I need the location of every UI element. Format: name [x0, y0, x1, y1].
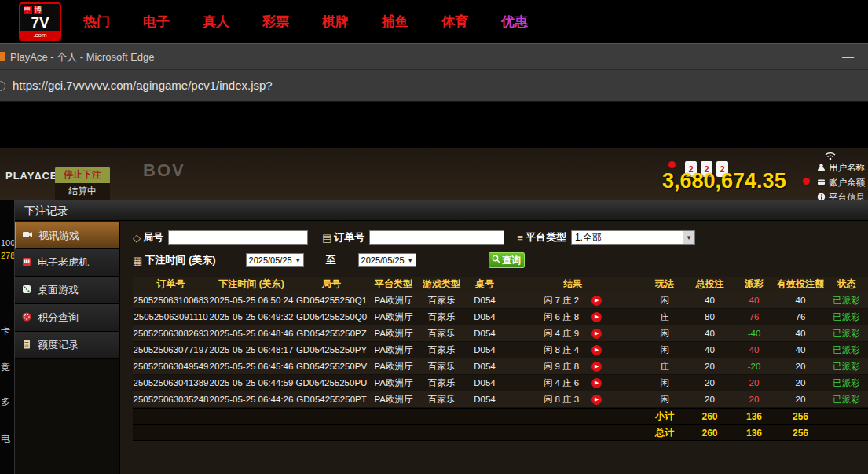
table-row: 2505250631006832025-05-25 06:50:24GD0542… [133, 292, 868, 309]
nav-item-lottery[interactable]: 彩票 [262, 13, 289, 31]
header-order: 订单号 [133, 277, 209, 292]
table-header-row: 订单号 下注时间 (美东) 局号 平台类型 游戏类型 桌号 结果 玩法 总投注 … [133, 277, 868, 292]
nav-item-board[interactable]: 棋牌 [322, 13, 349, 31]
top-nav-bar: 申 博 7V .com 热门 电子 真人 彩票 棋牌 捕鱼 体育 优惠 [0, 0, 868, 43]
nav-item-live[interactable]: 真人 [203, 13, 229, 31]
minimize-button[interactable]: — [842, 44, 854, 68]
cell-platform: PA欧洲厅 [369, 342, 418, 358]
date-to-value: 2025/05/25 [361, 255, 405, 265]
date-from-select[interactable]: 2025/05/25 ▼ [246, 253, 304, 267]
alert-dot-icon [803, 178, 810, 185]
filter-row-2: ▦ 下注时间 (美东) 2025/05/25 ▼ 至 2025/05/25 ▼ … [133, 251, 868, 270]
cell-time: 2025-05-25 06:44:59 [209, 375, 294, 391]
cutoff-fragment: 电 [1, 432, 10, 446]
cell-order: 250525063100683 [133, 292, 209, 308]
replay-button[interactable]: ▶ [591, 312, 602, 322]
calendar-icon: ▦ [133, 255, 142, 266]
panel-title: 下注记录 [24, 204, 68, 217]
search-button[interactable]: 查询 [489, 252, 525, 268]
replay-button[interactable]: ▶ [591, 395, 602, 405]
cell-result: 闲 8 庄 3▶ [504, 391, 641, 407]
cell-round: GD054255250Q1 [294, 292, 369, 308]
menu-item-label: 桌面游戏 [38, 283, 79, 297]
cell-play: 闲 [641, 325, 688, 341]
date-to-select[interactable]: 2025/05/25 ▼ [358, 253, 416, 267]
side-item-platform-info[interactable]: 平台信息 [817, 191, 865, 200]
stop-betting-label: 停止下注 [55, 167, 110, 183]
nav-item-slots[interactable]: 电子 [143, 13, 170, 31]
nav-item-sports[interactable]: 体育 [441, 13, 468, 31]
replay-button[interactable]: ▶ [591, 362, 602, 372]
cell-status: 已派彩 [824, 325, 868, 341]
cell-valid: 40 [777, 342, 824, 358]
nav-item-hot[interactable]: 热门 [83, 13, 110, 31]
platform-type-select[interactable]: 1.全部 ▼ [571, 230, 695, 245]
cell-game: 百家乐 [418, 309, 465, 325]
cell-payout: -20 [731, 358, 777, 374]
panel-header: 下注记录 [15, 200, 868, 221]
video-camera-icon [22, 229, 33, 242]
settling-label: 结算中 [55, 183, 110, 200]
menu-item-points-query[interactable]: 积分查询 [15, 304, 119, 332]
jackpot-amount: 3,680,674.35 [662, 169, 786, 193]
menu-item-slot-machines[interactable]: 电子老虎机 [15, 249, 119, 277]
cell-result: 闲 9 庄 8▶ [504, 358, 641, 374]
records-table: 订单号 下注时间 (美东) 局号 平台类型 游戏类型 桌号 结果 玩法 总投注 … [133, 277, 868, 441]
table-row: 2505250630413892025-05-25 06:44:59GD0542… [133, 375, 868, 391]
header-round: 局号 [294, 277, 369, 292]
filter-row-1: ◇ 局号 ▤ 订单号 ≡ 平台类型 1.全部 ▼ [133, 228, 868, 247]
nav-item-promo[interactable]: 优惠 [501, 13, 528, 31]
menu-item-label: 额度记录 [38, 338, 79, 352]
cell-table-no: D054 [465, 375, 504, 391]
url-text[interactable]: https://gci.7vvvvvv.com/agingame/pcv1/in… [13, 70, 273, 101]
platform-type-label: 平台类型 [526, 230, 566, 244]
site-nav: 热门 电子 真人 彩票 棋牌 捕鱼 体育 优惠 [83, 0, 528, 43]
cell-bet: 40 [688, 342, 731, 358]
header-total-bet: 总投注 [688, 277, 731, 292]
panel-side-menu: 视讯游戏 电子老虎机 桌面游戏 积分查询 额度记录 [15, 222, 120, 474]
cell-status: 已派彩 [824, 309, 868, 325]
cell-play: 闲 [641, 375, 688, 391]
header-platform: 平台类型 [369, 277, 418, 292]
cell-time: 2025-05-25 06:48:46 [209, 325, 294, 341]
order-number-input[interactable] [369, 230, 504, 245]
order-number-label: 订单号 [334, 230, 364, 244]
replay-button[interactable]: ▶ [591, 296, 602, 306]
replay-button[interactable]: ▶ [591, 345, 602, 355]
user-icon [817, 163, 826, 173]
replay-button[interactable]: ▶ [591, 329, 602, 339]
cell-payout: 20 [731, 375, 777, 391]
site-logo[interactable]: 申 博 7V .com [19, 2, 61, 41]
menu-item-label: 积分查询 [38, 310, 79, 325]
cell-play: 闲 [641, 391, 688, 407]
replay-button[interactable]: ▶ [591, 378, 602, 388]
reload-icon[interactable] [0, 81, 5, 91]
subtotal-payout: 136 [731, 409, 777, 424]
cell-valid: 40 [777, 325, 824, 341]
cutoff-fragment: 278. [1, 251, 14, 260]
cell-table-no: D054 [465, 358, 504, 374]
menu-item-table-games[interactable]: 桌面游戏 [15, 277, 119, 304]
nav-item-fishing[interactable]: 捕鱼 [382, 13, 408, 31]
cell-payout: -40 [731, 325, 777, 341]
round-number-input[interactable] [168, 230, 308, 245]
result-text: 闲 4 庄 6 [544, 377, 579, 389]
side-item-balance[interactable]: 账户余额 [817, 176, 865, 189]
side-item-username[interactable]: 用户名称 [817, 161, 865, 174]
menu-item-live-games[interactable]: 视讯游戏 [15, 222, 119, 249]
cutoff-fragment: 多 [1, 395, 10, 409]
date-from-value: 2025/05/25 [249, 255, 292, 265]
bet-records-panel: 下注记录 视讯游戏 电子老虎机 桌面游戏 积分查询 额度记录 [14, 200, 868, 474]
chevron-down-icon: ▼ [295, 258, 301, 263]
menu-item-quota-records[interactable]: 额度记录 [15, 332, 119, 359]
cell-game: 百家乐 [418, 358, 465, 374]
header-result: 结果 [504, 277, 641, 292]
cell-result: 闲 4 庄 6▶ [504, 375, 641, 391]
wifi-icon [825, 149, 836, 159]
cell-order: 250525063077197 [133, 342, 209, 358]
cell-result: 闲 6 庄 8▶ [504, 309, 641, 325]
subtotal-bet: 260 [688, 409, 731, 424]
cell-bet: 20 [688, 375, 731, 391]
result-text: 闲 8 庄 3 [544, 394, 579, 406]
wallet-icon [817, 178, 826, 188]
